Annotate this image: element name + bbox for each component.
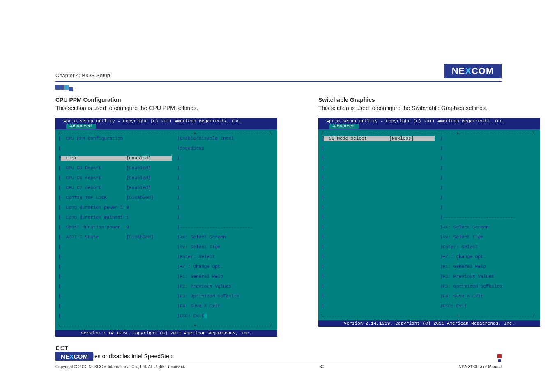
footer-rule [55, 362, 502, 362]
switchable-desc: This section is used to configure the Sw… [318, 105, 540, 111]
right-column: Switchable Graphics This section is used… [318, 97, 540, 366]
bios-header: Aptio Setup Utility - Copyright (C) 2011… [55, 118, 277, 129]
bios-cpu-ppm-screenshot: Aptio Setup Utility - Copyright (C) 2011… [55, 118, 277, 337]
copyright-text: Copyright © 2012 NEXCOM International Co… [55, 364, 185, 369]
logo-part-x: X [465, 66, 472, 76]
eist-title: EIST [55, 345, 277, 351]
bios-body-2: /---------------------------------------… [318, 129, 540, 320]
manual-name: NSA 3130 User Manual [458, 364, 502, 369]
switchable-title: Switchable Graphics [318, 97, 540, 103]
decorative-squares [55, 85, 73, 91]
logo-part-1: NE [452, 66, 465, 76]
corner-decoration [494, 354, 502, 362]
left-column: CPU PPM Configuration This section is us… [55, 97, 277, 366]
bios-tab-advanced: Advanced [66, 124, 96, 129]
page-footer: Copyright © 2012 NEXCOM International Co… [55, 364, 502, 369]
bios-body: /---------------------------------------… [55, 129, 277, 330]
header-rule [55, 81, 502, 82]
page-number: 60 [320, 364, 324, 369]
nexcom-logo-top: NEXCOM [444, 64, 502, 78]
bios-footer-2: Version 2.14.1219. Copyright (C) 2011 Am… [318, 320, 540, 327]
nexcom-logo-bottom: NEXCOM [55, 352, 93, 361]
bios-tab-advanced-2: Advanced [329, 124, 359, 129]
bios-footer: Version 2.14.1219. Copyright (C) 2011 Am… [55, 330, 277, 337]
bios-header-2: Aptio Setup Utility - Copyright (C) 2011… [318, 118, 540, 129]
cpu-ppm-desc: This section is used to configure the CP… [55, 105, 277, 111]
logo-part-2: COM [472, 66, 494, 76]
chapter-label: Chapter 4: BIOS Setup [55, 72, 110, 78]
cpu-ppm-title: CPU PPM Configuration [55, 97, 277, 103]
bios-switchable-screenshot: Aptio Setup Utility - Copyright (C) 2011… [318, 118, 540, 327]
